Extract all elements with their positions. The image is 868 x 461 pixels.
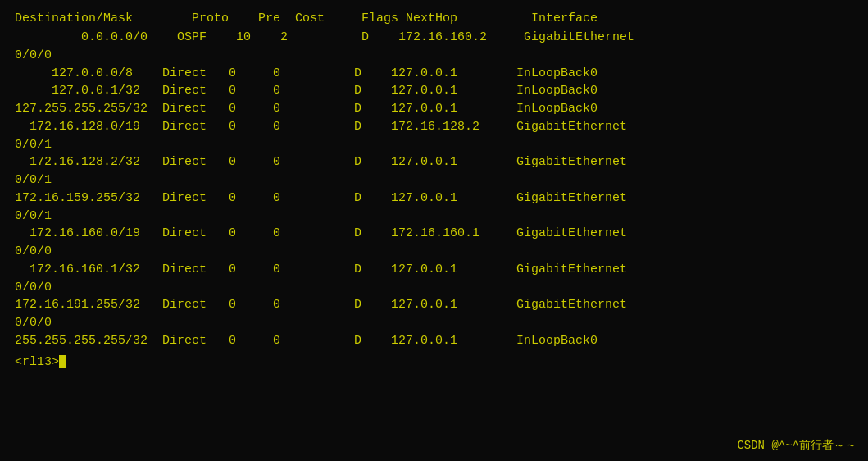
table-row: 172.16.160.0/19 Direct 0 0 D 172.16.160.…: [15, 225, 853, 243]
table-row: 0/0/1: [15, 171, 853, 189]
terminal-window: Destination/Mask Proto Pre Cost Flags Ne…: [0, 0, 868, 461]
table-row: 172.16.191.255/32 Direct 0 0 D 127.0.0.1…: [15, 296, 853, 314]
prompt-text: <rl13>: [15, 355, 59, 369]
command-prompt[interactable]: <rl13>: [15, 355, 853, 369]
table-row: 0.0.0.0/0 OSPF 10 2 D 172.16.160.2 Gigab…: [15, 29, 853, 47]
table-row: 172.16.128.0/19 Direct 0 0 D 172.16.128.…: [15, 118, 853, 136]
table-row: 0/0/0: [15, 47, 853, 65]
table-row: 0/0/1: [15, 136, 853, 154]
table-row: 255.255.255.255/32 Direct 0 0 D 127.0.0.…: [15, 332, 853, 350]
table-row: 127.255.255.255/32 Direct 0 0 D 127.0.0.…: [15, 100, 853, 118]
watermark-text: CSDN @^~^前行者～～: [737, 438, 857, 453]
table-row: 127.0.0.1/32 Direct 0 0 D 127.0.0.1 InLo…: [15, 82, 853, 100]
table-row: 0/0/0: [15, 314, 853, 332]
cursor-block: [59, 355, 66, 368]
table-row: 127.0.0.0/8 Direct 0 0 D 127.0.0.1 InLoo…: [15, 65, 853, 83]
table-row: 172.16.128.2/32 Direct 0 0 D 127.0.0.1 G…: [15, 153, 853, 171]
table-body: 0.0.0.0/0 OSPF 10 2 D 172.16.160.2 Gigab…: [15, 29, 853, 350]
table-row: 172.16.160.1/32 Direct 0 0 D 127.0.0.1 G…: [15, 261, 853, 279]
table-row: 0/0/1: [15, 208, 853, 226]
table-row: 0/0/0: [15, 243, 853, 261]
table-row: 172.16.159.255/32 Direct 0 0 D 127.0.0.1…: [15, 189, 853, 208]
header-text: Destination/Mask Proto Pre Cost Flags Ne…: [15, 11, 598, 25]
table-header: Destination/Mask Proto Pre Cost Flags Ne…: [15, 11, 853, 25]
table-row: 0/0/0: [15, 279, 853, 297]
